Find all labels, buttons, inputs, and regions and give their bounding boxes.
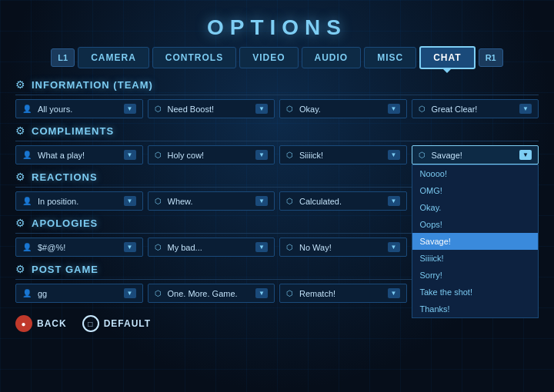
dropdown-btn-reactions-1[interactable]: ⬡Whew.▼ bbox=[148, 191, 275, 211]
tab-controls[interactable]: CONTROLS bbox=[152, 47, 236, 68]
tab-r1[interactable]: R1 bbox=[479, 48, 503, 67]
dropdown-arrow-apologies-2: ▼ bbox=[388, 242, 400, 252]
dropdown-icon-reactions-0: 👤 bbox=[22, 197, 32, 205]
dropdown-arrow-compliments-0: ▼ bbox=[124, 150, 136, 160]
dropdown-text-apologies-1: My bad... bbox=[168, 243, 253, 252]
dropdown-icon-post-game-2: ⬡ bbox=[286, 289, 293, 297]
tab-chat[interactable]: CHAT bbox=[419, 46, 475, 69]
dropdown-wrapper-compliments-2: ⬡Siiiick!▼ bbox=[279, 145, 407, 164]
dropdown-icon-information-team-0: 👤 bbox=[22, 105, 32, 113]
dropdown-arrow-post-game-2: ▼ bbox=[388, 288, 400, 298]
dropdown-btn-apologies-2[interactable]: ⬡No Way!▼ bbox=[279, 238, 407, 257]
tab-video[interactable]: VIDEO bbox=[239, 47, 298, 68]
dropdown-menu-item-0[interactable]: Noooo! bbox=[412, 165, 539, 182]
dropdown-icon-apologies-0: 👤 bbox=[22, 243, 32, 251]
tab-bar: L1 CAMERA CONTROLS VIDEO AUDIO MISC CHAT… bbox=[15, 46, 539, 69]
dropdown-text-compliments-0: What a play! bbox=[38, 151, 121, 160]
dropdown-menu-item-9[interactable]: What a play! bbox=[412, 317, 539, 318]
section-icon-apologies: ⚙ bbox=[15, 217, 25, 229]
dropdown-btn-compliments-1[interactable]: ⬡Holy cow!▼ bbox=[148, 145, 275, 164]
dropdown-btn-post-game-2[interactable]: ⬡Rematch!▼ bbox=[279, 284, 407, 303]
section-header-information-team: ⚙INFORMATION (TEAM) bbox=[15, 78, 539, 91]
tab-misc[interactable]: MISC bbox=[364, 47, 416, 68]
dropdown-arrow-post-game-0: ▼ bbox=[124, 288, 136, 298]
dropdown-wrapper-reactions-1: ⬡Whew.▼ bbox=[148, 191, 275, 211]
dropdown-wrapper-apologies-2: ⬡No Way!▼ bbox=[279, 238, 407, 257]
dropdown-wrapper-compliments-1: ⬡Holy cow!▼ bbox=[148, 145, 275, 164]
dropdown-arrow-apologies-1: ▼ bbox=[255, 242, 268, 252]
tab-audio[interactable]: AUDIO bbox=[302, 47, 362, 68]
dropdown-menu-item-2[interactable]: Okay. bbox=[412, 199, 539, 216]
dropdown-icon-reactions-1: ⬡ bbox=[155, 197, 162, 205]
dropdown-menu-item-5[interactable]: Siiiick! bbox=[412, 250, 539, 267]
default-button[interactable]: □ DEFAULT bbox=[82, 315, 151, 332]
dropdown-wrapper-information-team-1: ⬡Need Boost!▼ bbox=[148, 99, 275, 118]
dropdown-btn-post-game-1[interactable]: ⬡One. More. Game.▼ bbox=[148, 284, 275, 303]
dropdown-btn-reactions-2[interactable]: ⬡Calculated.▼ bbox=[279, 191, 407, 211]
dropdown-btn-compliments-3[interactable]: ⬡Savage!▼ bbox=[412, 145, 539, 164]
dropdown-wrapper-information-team-0: 👤All yours.▼ bbox=[15, 99, 143, 118]
dropdown-arrow-reactions-0: ▼ bbox=[124, 196, 136, 206]
dropdown-wrapper-reactions-0: 👤In position.▼ bbox=[15, 191, 143, 211]
dropdown-icon-apologies-1: ⬡ bbox=[155, 243, 162, 251]
dropdown-wrapper-post-game-1: ⬡One. More. Game.▼ bbox=[148, 284, 275, 303]
section-title-apologies: APOLOGIES bbox=[32, 218, 98, 229]
dropdown-arrow-compliments-3: ▼ bbox=[519, 150, 532, 160]
section-header-compliments: ⚙COMPLIMENTS bbox=[15, 125, 539, 137]
dropdown-btn-compliments-0[interactable]: 👤What a play!▼ bbox=[15, 145, 143, 164]
dropdown-wrapper-post-game-2: ⬡Rematch!▼ bbox=[279, 284, 407, 303]
dropdown-text-reactions-2: Calculated. bbox=[299, 197, 385, 206]
back-label: BACK bbox=[37, 318, 67, 329]
dropdown-wrapper-apologies-1: ⬡My bad...▼ bbox=[148, 238, 275, 257]
dropdown-btn-information-team-1[interactable]: ⬡Need Boost!▼ bbox=[148, 99, 275, 118]
dropdown-btn-information-team-3[interactable]: ⬡Great Clear!▼ bbox=[412, 99, 539, 118]
tab-camera[interactable]: CAMERA bbox=[78, 47, 149, 68]
dropdown-menu-item-6[interactable]: Sorry! bbox=[412, 267, 539, 284]
dropdown-menu-item-3[interactable]: Oops! bbox=[412, 216, 539, 233]
dropdown-wrapper-reactions-2: ⬡Calculated.▼ bbox=[279, 191, 407, 211]
dropdown-btn-compliments-2[interactable]: ⬡Siiiick!▼ bbox=[279, 145, 407, 164]
section-icon-post-game: ⚙ bbox=[15, 263, 25, 275]
dropdown-wrapper-information-team-2: ⬡Okay.▼ bbox=[279, 99, 407, 118]
section-icon-compliments: ⚙ bbox=[15, 125, 25, 137]
dropdown-btn-information-team-0[interactable]: 👤All yours.▼ bbox=[15, 99, 143, 118]
dropdown-btn-reactions-0[interactable]: 👤In position.▼ bbox=[15, 191, 143, 211]
back-icon: ● bbox=[15, 315, 32, 332]
dropdown-wrapper-information-team-3: ⬡Great Clear!▼ bbox=[412, 99, 539, 118]
dropdown-icon-compliments-1: ⬡ bbox=[155, 151, 162, 159]
dropdown-btn-information-team-2[interactable]: ⬡Okay.▼ bbox=[279, 99, 407, 118]
dropdown-text-compliments-2: Siiiick! bbox=[299, 151, 385, 160]
dropdown-menu-item-7[interactable]: Take the shot! bbox=[412, 284, 539, 301]
sections-container: ⚙INFORMATION (TEAM)👤All yours.▼⬡Need Boo… bbox=[15, 78, 539, 303]
dropdown-btn-apologies-0[interactable]: 👤$#@%!▼ bbox=[15, 238, 143, 257]
tab-l1[interactable]: L1 bbox=[51, 48, 75, 67]
dropdown-btn-apologies-1[interactable]: ⬡My bad...▼ bbox=[148, 238, 275, 257]
dropdown-icon-compliments-0: 👤 bbox=[22, 151, 32, 159]
section-icon-reactions: ⚙ bbox=[15, 171, 25, 183]
dropdown-menu-item-4[interactable]: Savage! bbox=[412, 233, 539, 250]
dropdown-icon-reactions-2: ⬡ bbox=[286, 197, 293, 205]
dropdown-text-apologies-2: No Way! bbox=[299, 243, 385, 252]
dropdown-wrapper-compliments-0: 👤What a play!▼ bbox=[15, 145, 143, 164]
section-title-information-team: INFORMATION (TEAM) bbox=[32, 79, 153, 91]
dropdown-wrapper-post-game-0: 👤gg▼ bbox=[15, 284, 143, 303]
dropdown-arrow-information-team-3: ▼ bbox=[519, 104, 532, 114]
dropdown-arrow-compliments-1: ▼ bbox=[255, 150, 268, 160]
back-button[interactable]: ● BACK bbox=[15, 315, 67, 332]
dropdown-icon-compliments-3: ⬡ bbox=[419, 151, 426, 159]
dropdown-text-information-team-1: Need Boost! bbox=[168, 105, 253, 114]
section-title-compliments: COMPLIMENTS bbox=[32, 125, 114, 137]
dropdown-menu-item-8[interactable]: Thanks! bbox=[412, 301, 539, 317]
dropdown-arrow-reactions-2: ▼ bbox=[388, 196, 400, 206]
dropdown-icon-post-game-0: 👤 bbox=[22, 289, 32, 297]
dropdown-icon-information-team-3: ⬡ bbox=[419, 105, 426, 113]
dropdown-arrow-information-team-2: ▼ bbox=[388, 104, 400, 114]
dropdown-menu-item-1[interactable]: OMG! bbox=[412, 182, 539, 199]
dropdown-text-reactions-0: In position. bbox=[38, 197, 121, 206]
default-icon: □ bbox=[82, 315, 99, 332]
dropdowns-row-information-team: 👤All yours.▼⬡Need Boost!▼⬡Okay.▼⬡Great C… bbox=[15, 99, 539, 118]
dropdown-btn-post-game-0[interactable]: 👤gg▼ bbox=[15, 284, 143, 303]
dropdown-arrow-information-team-1: ▼ bbox=[255, 104, 268, 114]
dropdown-icon-apologies-2: ⬡ bbox=[286, 243, 293, 251]
dropdown-icon-compliments-2: ⬡ bbox=[286, 151, 293, 159]
